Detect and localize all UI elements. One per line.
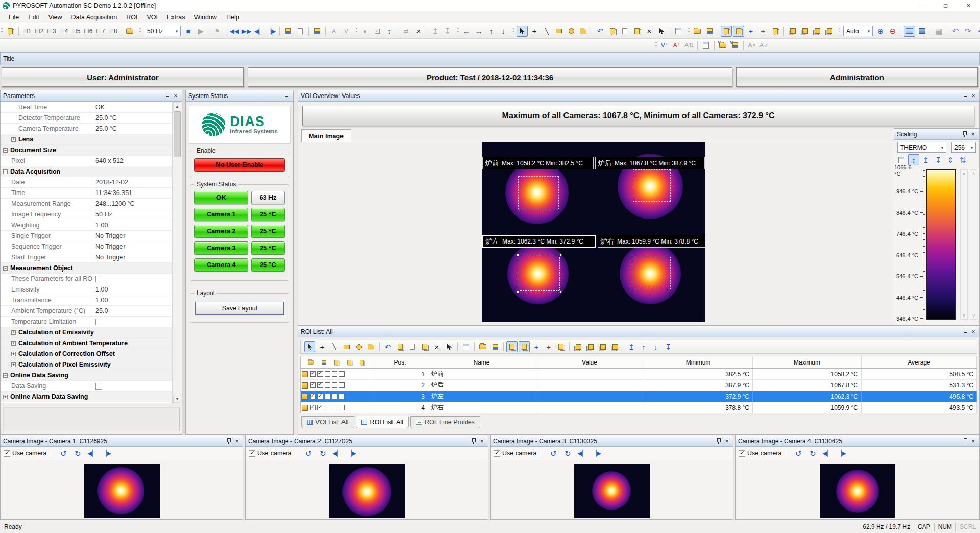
param-value[interactable]: 25.0 °C [92, 113, 172, 123]
load-rois-icon[interactable] [692, 26, 703, 37]
checkbox[interactable] [317, 405, 323, 410]
move-top-icon[interactable]: ↥ [626, 341, 637, 352]
step-forward-icon[interactable]: ▕▶ [101, 448, 112, 459]
column-header-minimum[interactable]: Minimum [644, 356, 753, 368]
scale-scrollbar-min[interactable]: ∧ ∨ [970, 169, 977, 320]
chevron-up-icon[interactable]: ∧ [961, 171, 967, 176]
roi-box[interactable] [633, 169, 671, 202]
voi-load-icon[interactable]: V [717, 40, 728, 51]
param-group-row[interactable]: −Document Size [1, 145, 172, 156]
range-bottom-icon[interactable]: ↧ [442, 26, 453, 37]
menu-item-edit[interactable]: Edit [23, 11, 44, 23]
roi-table-row[interactable]: 2炉后387.9 °C1067.8 °C531.3 °C [301, 380, 977, 391]
maximize-button[interactable]: □ [934, 0, 957, 11]
scale-updown-icon[interactable]: ↕ [384, 26, 395, 37]
checkbox[interactable] [325, 394, 330, 399]
layout-2-icon[interactable]: 2 [34, 26, 45, 37]
scale-min-icon[interactable]: ↥ [920, 154, 932, 165]
save-single-image-icon[interactable] [295, 26, 306, 37]
select-all-rois-icon[interactable] [444, 341, 455, 352]
scale-max-icon[interactable]: ↧ [933, 154, 944, 165]
parameters-scrollbar[interactable]: ▲ ▼ [173, 102, 181, 403]
roi-color-swatch[interactable] [302, 371, 308, 377]
alarm-add-icon[interactable]: A⁺ [671, 40, 682, 51]
expand-icon[interactable]: + [11, 352, 16, 356]
roi-box-selected[interactable] [518, 255, 560, 291]
bring-to-front-icon[interactable] [572, 341, 583, 352]
pin-icon[interactable] [963, 328, 968, 335]
col-visibility-icon[interactable] [332, 358, 341, 367]
layout-4-icon[interactable]: 4 [58, 26, 69, 37]
draw-line-icon[interactable]: ╲ [541, 26, 552, 37]
layout-3-icon[interactable]: 3 [46, 26, 57, 37]
param-row[interactable]: Date2018-12-02 [1, 177, 172, 188]
load-roi-list-icon[interactable] [306, 358, 315, 367]
delete-image-icon[interactable]: × [413, 26, 424, 37]
rotate-cw-icon[interactable]: ↻ [72, 448, 83, 459]
trigger-flag-icon[interactable]: ⚑ [212, 26, 223, 37]
move-down-icon[interactable]: ↓ [650, 341, 662, 352]
roi-color-swatch[interactable] [302, 405, 308, 411]
roi-properties-icon[interactable] [460, 341, 472, 352]
close-icon[interactable]: × [969, 131, 976, 138]
delete-roi-icon[interactable]: × [431, 341, 443, 352]
move-bottom-icon[interactable]: ↧ [663, 341, 674, 352]
param-group-row[interactable]: +Calculation of Emissivity [1, 327, 172, 338]
duplicate-roi-icon[interactable] [419, 341, 430, 352]
draw-rect-icon[interactable] [341, 341, 352, 352]
checkbox[interactable] [310, 371, 316, 377]
collapse-icon[interactable]: − [3, 266, 8, 271]
delete-roi-icon[interactable]: × [644, 26, 655, 37]
checkbox[interactable] [95, 319, 102, 325]
checkbox[interactable] [339, 382, 345, 388]
record-icon[interactable]: ● [359, 26, 371, 37]
rotate-cw-icon[interactable]: ↻ [562, 448, 573, 459]
undo-icon[interactable]: ↶ [595, 26, 606, 37]
new-layout-icon[interactable] [5, 26, 16, 37]
param-row[interactable]: Time11:34:36.351 [1, 188, 172, 199]
show-roi-names-icon[interactable] [733, 26, 744, 37]
chevron-down-icon[interactable]: ∨ [970, 313, 977, 318]
add-roi-blue-icon[interactable]: + [745, 26, 756, 37]
paste-roi-icon[interactable] [619, 26, 630, 37]
param-value[interactable]: 50 Hz [92, 209, 172, 220]
chevron-down-icon[interactable]: ∨ [961, 313, 967, 318]
step-forward-icon[interactable]: ▕▶ [346, 448, 357, 459]
roi-reference-icon[interactable] [555, 341, 567, 352]
roi-table-row[interactable]: 4炉右378.8 °C1059.9 °C493.5 °C [301, 402, 977, 413]
expand-icon[interactable]: + [11, 341, 16, 346]
roi-color-swatch[interactable] [302, 382, 308, 389]
paste-roi-icon[interactable] [407, 341, 418, 352]
param-row[interactable]: Measurement Range248...1200 °C [1, 199, 172, 209]
param-group-row[interactable]: +Lens [1, 134, 172, 145]
roi-handle[interactable] [559, 290, 562, 293]
checkbox[interactable] [310, 394, 316, 399]
param-row[interactable]: Sequence TriggerNo Trigger [1, 241, 172, 252]
col-label-icon[interactable] [345, 358, 354, 367]
param-row[interactable]: Ambient Temperature (°C)25.0 [1, 306, 172, 317]
param-group-row[interactable]: −Online Data Saving [1, 370, 172, 381]
checkbox[interactable] [332, 371, 337, 377]
param-value[interactable] [92, 381, 172, 391]
draw-polygon-icon[interactable] [365, 341, 377, 352]
save-layout-button[interactable]: Save Layout [195, 302, 284, 315]
menu-item-roi[interactable]: ROI [121, 11, 142, 23]
scroll-thumb[interactable] [174, 111, 181, 157]
scale-compress-icon[interactable]: ⇅ [957, 154, 968, 165]
menu-item-file[interactable]: File [4, 11, 23, 23]
checkbox[interactable] [325, 371, 330, 377]
param-value[interactable]: 1.00 [92, 295, 172, 305]
rotate-left-icon[interactable]: ↶ [950, 26, 961, 37]
param-row[interactable]: These Parameters for all RO [1, 274, 172, 284]
confirm-box-icon[interactable] [372, 26, 383, 37]
voi-save-icon[interactable]: V [729, 40, 741, 51]
rotate-cw-icon[interactable]: ↻ [317, 448, 328, 459]
prev-image-icon[interactable]: ◀▏ [253, 26, 264, 37]
param-group-row[interactable]: +Online Alarm Data Saving [1, 392, 172, 402]
menu-item-window[interactable]: Window [189, 11, 221, 23]
expand-icon[interactable]: + [11, 362, 16, 367]
use-camera-checkbox[interactable] [249, 450, 255, 457]
scroll-up-icon[interactable]: ▲ [173, 102, 181, 110]
save-report-icon[interactable] [311, 26, 323, 37]
close-icon[interactable]: × [970, 328, 977, 335]
